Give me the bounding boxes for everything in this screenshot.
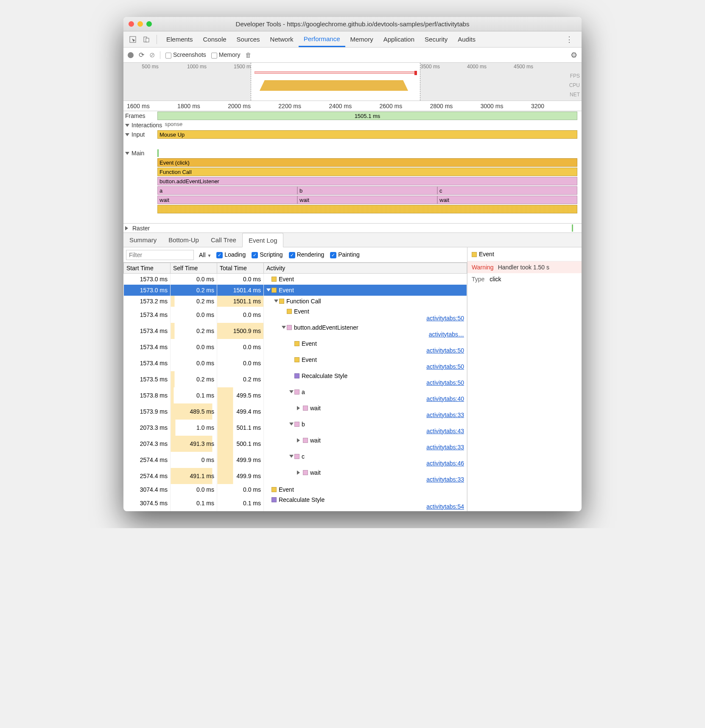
source-link[interactable]: activitytabs:50 — [426, 379, 464, 386]
source-link[interactable]: activitytabs:33 — [426, 412, 464, 418]
table-row[interactable]: 1573.8 ms0.1 ms499.5 msaactivitytabs:40 — [124, 387, 467, 403]
col-total-time[interactable]: Total Time — [217, 263, 264, 274]
cat-loading[interactable]: Loading — [216, 251, 246, 258]
details-pane: Event WarningHandler took 1.50 s Typecli… — [467, 247, 582, 511]
overview-pane[interactable]: 500 ms1000 ms1500 ms2000 ms2500 ms3000 m… — [123, 63, 582, 101]
subtab-call-tree[interactable]: Call Tree — [205, 233, 242, 247]
source-link[interactable]: activitytabs:50 — [426, 315, 464, 322]
source-link[interactable]: activitytabs:33 — [426, 476, 464, 483]
main-label[interactable]: Main — [123, 148, 157, 158]
flame-chart: Frames1505.1 ms Interactionssponse Input… — [123, 111, 582, 233]
fn-bar[interactable]: Function Call — [157, 168, 577, 176]
tab-sources[interactable]: Sources — [232, 31, 265, 47]
table-row[interactable]: 1573.4 ms0.0 ms0.0 msEventactivitytabs:5… — [124, 339, 467, 355]
b-bar[interactable]: b — [297, 186, 437, 195]
table-row[interactable]: 3074.5 ms0.1 ms0.1 msRecalculate Styleac… — [124, 495, 467, 511]
event-bar[interactable]: Event (click) — [157, 158, 577, 167]
source-link[interactable]: activitytabs:43 — [426, 428, 464, 434]
memory-checkbox[interactable]: Memory — [211, 51, 241, 58]
warning-row: WarningHandler took 1.50 s — [467, 261, 582, 273]
raster-label[interactable]: Raster — [123, 224, 157, 232]
a-bar[interactable]: a — [157, 186, 297, 195]
wait-bar[interactable]: wait — [157, 196, 297, 204]
table-row[interactable]: 1573.4 ms0.0 ms0.0 msEventactivitytabs:5… — [124, 355, 467, 371]
filter-bar: All ▼ LoadingScriptingRenderingPainting — [123, 247, 467, 263]
source-link[interactable]: activitytabs:54 — [426, 503, 464, 510]
traffic-lights — [129, 21, 152, 27]
table-row[interactable]: 1573.5 ms0.2 ms0.2 msRecalculate Styleac… — [124, 371, 467, 387]
subtab-summary[interactable]: Summary — [123, 233, 162, 247]
main-tabs: ElementsConsoleSourcesNetworkPerformance… — [123, 31, 582, 48]
svg-rect-2 — [146, 38, 149, 42]
tab-elements[interactable]: Elements — [161, 31, 198, 47]
table-row[interactable]: 1573.4 ms0.0 ms0.0 msEventactivitytabs:5… — [124, 307, 467, 323]
overview-labels: FPSCPUNET — [569, 71, 580, 99]
trash-icon[interactable]: 🗑 — [245, 51, 252, 59]
device-icon[interactable] — [140, 34, 152, 45]
wait-bar[interactable]: wait — [437, 196, 577, 204]
mouseup-bar[interactable]: Mouse Up — [157, 130, 577, 139]
table-row[interactable]: 2073.3 ms1.0 ms501.1 msbactivitytabs:43 — [124, 420, 467, 436]
perf-toolbar: ⟳ ⊘ Screenshots Memory 🗑 ⚙ — [123, 48, 582, 63]
tab-memory[interactable]: Memory — [345, 31, 378, 47]
details-header: Event — [467, 247, 582, 261]
category-all[interactable]: All ▼ — [199, 252, 211, 258]
source-link[interactable]: activitytabs:46 — [426, 460, 464, 467]
col-self-time[interactable]: Self Time — [171, 263, 217, 274]
cat-rendering[interactable]: Rendering — [289, 251, 325, 258]
table-row[interactable]: 1573.0 ms0.2 ms1501.4 msEvent — [124, 285, 467, 296]
stripe-bar[interactable] — [157, 205, 577, 213]
devtools-window: Developer Tools - https://googlechrome.g… — [123, 17, 582, 511]
frames-label: Frames — [123, 111, 157, 120]
tab-performance[interactable]: Performance — [299, 31, 345, 47]
source-link[interactable]: activitytabs:50 — [426, 363, 464, 370]
cat-scripting[interactable]: Scripting — [252, 251, 283, 258]
wait-bar[interactable]: wait — [297, 196, 437, 204]
col-start-time[interactable]: Start Time — [124, 263, 171, 274]
table-row[interactable]: 2574.4 ms0 ms499.9 mscactivitytabs:46 — [124, 452, 467, 468]
tab-application[interactable]: Application — [378, 31, 420, 47]
frame-bar[interactable]: 1505.1 ms — [157, 112, 577, 120]
kebab-icon[interactable]: ⋮ — [560, 35, 578, 44]
bottom-pane: All ▼ LoadingScriptingRenderingPainting … — [123, 247, 582, 511]
table-row[interactable]: 2074.3 ms491.3 ms500.1 mswaitactivitytab… — [124, 436, 467, 452]
subtab-bottom-up[interactable]: Bottom-Up — [162, 233, 205, 247]
table-row[interactable]: 1573.2 ms0.2 ms1501.1 msFunction Call — [124, 296, 467, 307]
table-row[interactable]: 3074.4 ms0.0 ms0.0 msEvent — [124, 484, 467, 495]
input-label[interactable]: Input — [123, 130, 157, 139]
filter-input[interactable] — [126, 250, 194, 260]
table-row[interactable]: 1573.0 ms0.0 ms0.0 msEvent — [124, 274, 467, 285]
tab-audits[interactable]: Audits — [453, 31, 481, 47]
tab-network[interactable]: Network — [265, 31, 299, 47]
source-link[interactable]: activitytabs… — [429, 331, 464, 338]
inspect-icon[interactable] — [127, 34, 139, 45]
zoom-icon[interactable] — [146, 21, 152, 27]
c-bar[interactable]: c — [437, 186, 577, 195]
minimize-icon[interactable] — [137, 21, 143, 27]
source-link[interactable]: activitytabs:40 — [426, 395, 464, 402]
source-link[interactable]: activitytabs:33 — [426, 444, 464, 451]
cat-painting[interactable]: Painting — [330, 251, 360, 258]
table-row[interactable]: 2574.4 ms491.1 ms499.9 mswaitactivitytab… — [124, 468, 467, 484]
bottom-tabs: SummaryBottom-UpCall TreeEvent Log — [123, 233, 582, 247]
overview-selection[interactable] — [251, 63, 420, 101]
col-activity[interactable]: Activity — [264, 263, 467, 274]
window-title: Developer Tools - https://googlechrome.g… — [123, 20, 582, 28]
event-log-table: All ▼ LoadingScriptingRenderingPainting … — [123, 247, 467, 511]
table-row[interactable]: 1573.9 ms489.5 ms499.4 mswaitactivitytab… — [124, 403, 467, 420]
interactions-label[interactable]: Interactions — [123, 120, 164, 130]
type-row: Typeclick — [467, 273, 582, 285]
tab-security[interactable]: Security — [420, 31, 453, 47]
listener-bar[interactable]: button.addEventListener — [157, 177, 577, 185]
reload-icon[interactable]: ⟳ — [139, 51, 144, 59]
record-icon[interactable] — [128, 52, 134, 58]
subtab-event-log[interactable]: Event Log — [242, 233, 284, 247]
table-row[interactable]: 1573.4 ms0.2 ms1500.9 msbutton.addEventL… — [124, 323, 467, 339]
timeline-ticks: 1600 ms1800 ms2000 ms2200 ms2400 ms2600 … — [123, 101, 582, 111]
close-icon[interactable] — [129, 21, 134, 27]
clear-icon[interactable]: ⊘ — [149, 51, 155, 59]
gear-icon[interactable]: ⚙ — [571, 50, 577, 60]
source-link[interactable]: activitytabs:50 — [426, 347, 464, 354]
screenshots-checkbox[interactable]: Screenshots — [165, 51, 206, 58]
tab-console[interactable]: Console — [198, 31, 232, 47]
